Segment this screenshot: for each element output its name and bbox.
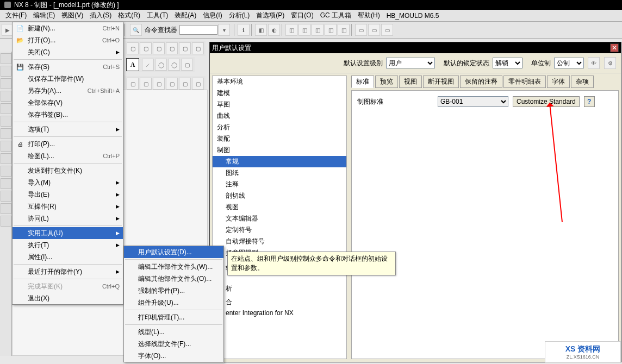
- cmd-finder-icon[interactable]: 🔍: [130, 24, 142, 36]
- tab-1[interactable]: 预览: [375, 76, 398, 88]
- tool-g1[interactable]: ◫: [285, 24, 297, 36]
- tool-info[interactable]: ℹ: [238, 24, 250, 36]
- menu-8[interactable]: 分析(L): [226, 10, 253, 21]
- sidebar-icon-13[interactable]: [1, 203, 11, 214]
- dialog-close-button[interactable]: ✕: [610, 43, 619, 52]
- menu-13[interactable]: HB_MOULD M6.5: [383, 11, 443, 21]
- file-menu-item-2[interactable]: 关闭(C)▶: [13, 46, 123, 58]
- submenu-item-3[interactable]: 编辑其他部件文件头(O)...: [124, 273, 223, 285]
- tool-u4[interactable]: ▢: [166, 78, 178, 90]
- submenu-item-2[interactable]: 编辑工作部件文件头(W)...: [124, 261, 223, 273]
- file-menu-item-10[interactable]: 选项(T)▶: [13, 123, 123, 135]
- lock-select[interactable]: 解锁: [493, 58, 523, 68]
- tree-item-26[interactable]: enter Integration for NX: [213, 308, 346, 318]
- tab-7[interactable]: 杂项: [571, 76, 594, 88]
- file-menu-item-17[interactable]: 导出(E)▶: [13, 189, 123, 200]
- tab-0[interactable]: 标准: [351, 76, 374, 88]
- menu-9[interactable]: 首选项(P): [253, 10, 288, 21]
- tool-s2[interactable]: ▢: [140, 42, 152, 54]
- level-select[interactable]: 用户: [386, 58, 435, 68]
- dialog-tool-1[interactable]: 👁: [588, 57, 600, 69]
- file-menu-item-19[interactable]: 协同(L)▶: [13, 212, 123, 224]
- file-menu-item-18[interactable]: 互操作(R)▶: [13, 200, 123, 212]
- tree-item-7[interactable]: 常规: [213, 156, 346, 167]
- tool-h2[interactable]: ▭: [368, 24, 380, 36]
- submenu-item-7[interactable]: 打印机管理(T)...: [124, 311, 223, 323]
- tool-t3[interactable]: ◯: [168, 59, 180, 71]
- menu-4[interactable]: 格式(R): [115, 10, 144, 21]
- sidebar-icon-9[interactable]: [1, 153, 11, 164]
- tool-u1[interactable]: ▢: [127, 78, 139, 90]
- menu-5[interactable]: 工具(T): [144, 10, 171, 21]
- standard-select[interactable]: GB-001: [438, 96, 508, 107]
- file-menu-item-25[interactable]: 最近打开的部件(Y)▶: [13, 266, 123, 278]
- tool-g3[interactable]: ◫: [312, 24, 324, 36]
- tool-g4[interactable]: ◫: [325, 24, 337, 36]
- file-menu-item-15[interactable]: 发送到打包文件(K): [13, 165, 123, 177]
- tree-item-25[interactable]: 合: [213, 297, 346, 308]
- tool-u5[interactable]: ▢: [179, 78, 191, 90]
- menu-1[interactable]: 编辑(E): [30, 10, 58, 21]
- tool-u2[interactable]: ▢: [140, 78, 152, 90]
- file-menu-item-12[interactable]: 🖨打印(P)...: [13, 138, 123, 150]
- tool-g2[interactable]: ◫: [298, 24, 310, 36]
- tree-item-23[interactable]: 析: [213, 283, 346, 294]
- file-menu-item-8[interactable]: 保存书签(B)...: [13, 109, 123, 121]
- dialog-tool-2[interactable]: ⚙: [604, 57, 616, 69]
- file-menu-item-7[interactable]: 全部保存(V): [13, 97, 123, 109]
- tree-item-14[interactable]: 自动焊接符号: [213, 236, 346, 247]
- tree-item-12[interactable]: 文本编辑器: [213, 213, 346, 224]
- sidebar-icon-8[interactable]: [1, 141, 11, 152]
- tool-s5[interactable]: ▢: [179, 42, 191, 54]
- tree-item-10[interactable]: 剖切线: [213, 190, 346, 202]
- tool-u6[interactable]: ▢: [192, 78, 204, 90]
- file-menu-item-21[interactable]: 实用工具(U)▶: [13, 227, 123, 239]
- sidebar-icon-7[interactable]: [1, 128, 11, 139]
- file-menu-item-6[interactable]: 另存为(A)...Ctrl+Shift+A: [13, 85, 123, 97]
- tree-item-13[interactable]: 定制符号: [213, 224, 346, 236]
- file-menu-item-22[interactable]: 执行(T)▶: [13, 239, 123, 251]
- file-menu-item-16[interactable]: 导入(M)▶: [13, 177, 123, 189]
- tool-t2[interactable]: ◯: [155, 59, 167, 71]
- tool-layer[interactable]: ◧: [255, 24, 267, 36]
- tool-g5[interactable]: ◫: [338, 24, 350, 36]
- tab-5[interactable]: 零件明细表: [503, 76, 546, 88]
- tree-item-8[interactable]: 图纸: [213, 167, 346, 179]
- sidebar-icon-5[interactable]: [1, 103, 11, 114]
- tab-3[interactable]: 断开视图: [423, 76, 459, 88]
- submenu-item-10[interactable]: 选择线型文件(F)...: [124, 338, 223, 350]
- file-menu-item-4[interactable]: 💾保存(S)Ctrl+S: [13, 61, 123, 73]
- tool-h3[interactable]: ▭: [381, 24, 393, 36]
- tool-shade[interactable]: ◐: [268, 24, 280, 36]
- tree-item-6[interactable]: 制图: [213, 145, 346, 156]
- tool-s3[interactable]: ▢: [153, 42, 165, 54]
- file-menu-item-0[interactable]: 📄新建(N)...Ctrl+N: [13, 22, 123, 34]
- sidebar-icon-3[interactable]: [1, 78, 11, 89]
- sidebar-icon-10[interactable]: [1, 166, 11, 177]
- sidebar-icon-11[interactable]: [1, 178, 11, 189]
- tree-item-11[interactable]: 视图: [213, 202, 346, 213]
- unit-select[interactable]: 公制: [554, 58, 584, 68]
- submenu-item-11[interactable]: 字体(O)...: [124, 350, 223, 362]
- sidebar-icon-14[interactable]: [1, 216, 11, 227]
- tree-item-4[interactable]: 分析: [213, 122, 346, 133]
- tree-item-9[interactable]: 注释: [213, 179, 346, 190]
- tool-s1[interactable]: ▢: [127, 42, 139, 54]
- tab-6[interactable]: 字体: [547, 76, 570, 88]
- tree-item-3[interactable]: 曲线: [213, 110, 346, 122]
- tree-item-5[interactable]: 装配: [213, 133, 346, 145]
- submenu-item-4[interactable]: 强制的零件(P)...: [124, 285, 223, 297]
- font-preview[interactable]: A: [126, 58, 139, 71]
- file-menu-item-13[interactable]: 绘图(L)...Ctrl+P: [13, 150, 123, 162]
- settings-tree[interactable]: 基本环境建模草图曲线分析装配制图常规图纸注释剖切线视图文本编辑器定制符号自动焊接…: [212, 76, 347, 359]
- tab-2[interactable]: 视图: [399, 76, 422, 88]
- submenu-item-9[interactable]: 线型(L)...: [124, 326, 223, 338]
- cmd-finder-input[interactable]: [179, 25, 217, 35]
- submenu-item-5[interactable]: 组件升级(U)...: [124, 297, 223, 309]
- menu-12[interactable]: 帮助(H): [354, 10, 383, 21]
- tree-item-1[interactable]: 建模: [213, 87, 346, 99]
- menu-7[interactable]: 信息(I): [200, 10, 225, 21]
- tree-item-2[interactable]: 草图: [213, 99, 346, 110]
- menu-3[interactable]: 插入(S): [86, 10, 115, 21]
- tool-s6[interactable]: ▢: [192, 42, 204, 54]
